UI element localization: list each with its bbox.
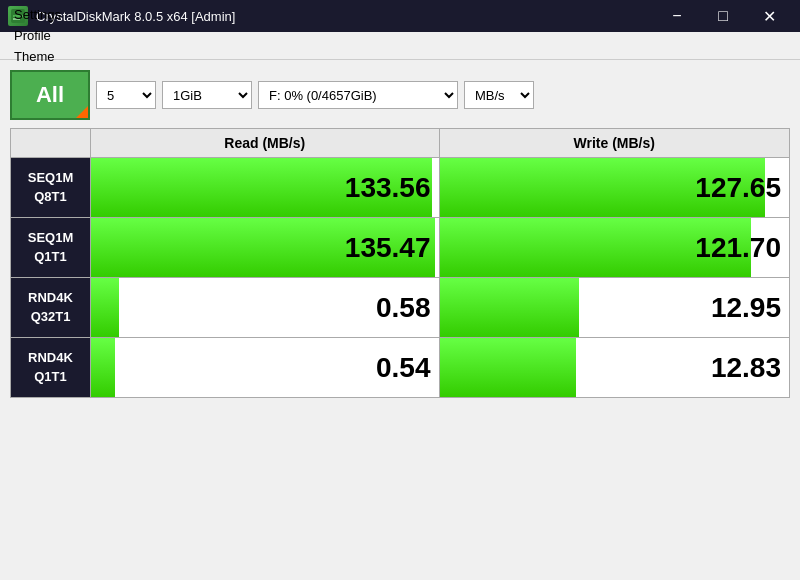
read-bar-2 (91, 278, 119, 337)
write-cell-2: 12.95 (439, 278, 790, 338)
table-row: RND4KQ1T1 0.54 12.83 (11, 338, 790, 398)
close-button[interactable]: ✕ (746, 0, 792, 32)
count-select[interactable]: 5 1 3 9 (96, 81, 156, 109)
menu-bar: FileSettingsProfileThemeHelpLanguage (0, 32, 800, 60)
unit-select[interactable]: MB/s GB/s IOPS (464, 81, 534, 109)
benchmark-rows: SEQ1MQ8T1 133.56 127.65 SEQ1MQ1T1 135.47… (11, 158, 790, 398)
read-value-1: 135.47 (345, 232, 431, 264)
table-row: SEQ1MQ8T1 133.56 127.65 (11, 158, 790, 218)
read-cell-1: 135.47 (91, 218, 440, 278)
row-label-2: RND4KQ32T1 (11, 278, 91, 338)
menu-item-theme[interactable]: Theme (4, 46, 82, 67)
read-bar-fill-2 (91, 278, 119, 337)
write-cell-3: 12.83 (439, 338, 790, 398)
title-bar: CrystalDiskMark 8.0.5 x64 [Admin] − □ ✕ (0, 0, 800, 32)
maximize-button[interactable]: □ (700, 0, 746, 32)
write-cell-0: 127.65 (439, 158, 790, 218)
toolbar-row: All 5 1 3 9 1GiB 512MiB 2GiB 4GiB F: 0% … (10, 70, 790, 120)
row-label-1: SEQ1MQ1T1 (11, 218, 91, 278)
size-select[interactable]: 1GiB 512MiB 2GiB 4GiB (162, 81, 252, 109)
read-value-0: 133.56 (345, 172, 431, 204)
read-bar-3 (91, 338, 115, 397)
window-controls: − □ ✕ (654, 0, 792, 32)
read-bar-fill-3 (91, 338, 115, 397)
all-button[interactable]: All (10, 70, 90, 120)
write-bar-2 (440, 278, 580, 337)
table-header: Read (MB/s) Write (MB/s) (11, 129, 790, 158)
write-value-0: 127.65 (695, 172, 781, 204)
row-label-0: SEQ1MQ8T1 (11, 158, 91, 218)
read-cell-2: 0.58 (91, 278, 440, 338)
write-col-header: Write (MB/s) (439, 129, 790, 158)
row-label-3: RND4KQ1T1 (11, 338, 91, 398)
table-row: RND4KQ32T1 0.58 12.95 (11, 278, 790, 338)
menu-item-profile[interactable]: Profile (4, 25, 82, 46)
write-value-3: 12.83 (711, 352, 781, 384)
read-value-2: 0.58 (376, 292, 431, 324)
main-content: All 5 1 3 9 1GiB 512MiB 2GiB 4GiB F: 0% … (0, 60, 800, 408)
write-bar-fill-3 (440, 338, 576, 397)
read-value-3: 0.54 (376, 352, 431, 384)
write-value-1: 121.70 (695, 232, 781, 264)
drive-select[interactable]: F: 0% (0/4657GiB) (258, 81, 458, 109)
write-bar-fill-2 (440, 278, 580, 337)
menu-item-file[interactable]: File (4, 0, 82, 4)
read-cell-3: 0.54 (91, 338, 440, 398)
write-value-2: 12.95 (711, 292, 781, 324)
benchmark-table: Read (MB/s) Write (MB/s) SEQ1MQ8T1 133.5… (10, 128, 790, 398)
write-cell-1: 121.70 (439, 218, 790, 278)
table-row: SEQ1MQ1T1 135.47 121.70 (11, 218, 790, 278)
write-bar-3 (440, 338, 576, 397)
minimize-button[interactable]: − (654, 0, 700, 32)
read-cell-0: 133.56 (91, 158, 440, 218)
read-col-header: Read (MB/s) (91, 129, 440, 158)
label-col-header (11, 129, 91, 158)
menu-item-settings[interactable]: Settings (4, 4, 82, 25)
